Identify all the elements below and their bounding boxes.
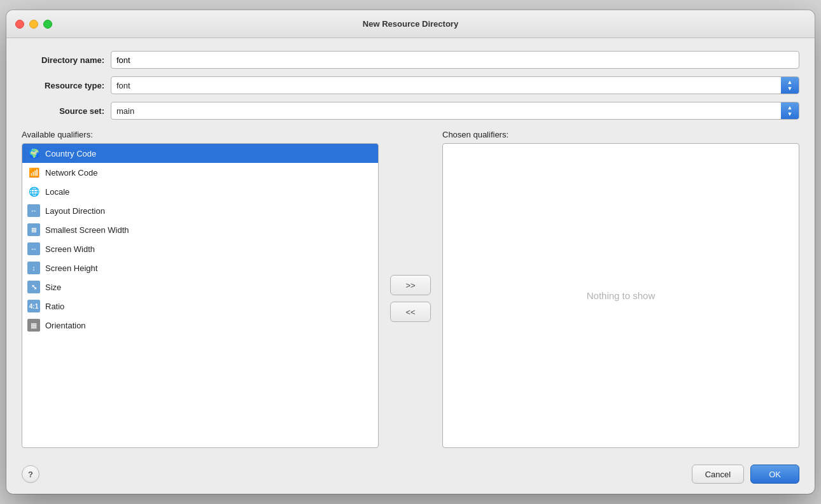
- source-set-value: main: [111, 106, 781, 116]
- dialog-footer: ? Cancel OK: [6, 458, 815, 494]
- qualifier-item-size[interactable]: ⤡ Size: [22, 277, 378, 297]
- qualifier-item-label-locale: Locale: [45, 187, 69, 197]
- qualifier-item-label-screen-height: Screen Height: [45, 263, 97, 273]
- resource-type-label: Resource type:: [22, 81, 104, 90]
- new-resource-directory-dialog: New Resource Directory Directory name: R…: [6, 10, 815, 494]
- orientation-icon: ▦: [27, 319, 40, 332]
- help-button[interactable]: ?: [22, 465, 39, 483]
- resource-type-select[interactable]: font ▲ ▼: [111, 76, 799, 94]
- qualifier-item-label-orientation: Orientation: [45, 321, 86, 330]
- remove-qualifier-button[interactable]: <<: [390, 302, 431, 322]
- window-controls: [15, 20, 52, 29]
- qualifier-item-orientation[interactable]: ▦ Orientation: [22, 316, 378, 335]
- smallest-screen-width-icon: ⊞: [27, 223, 40, 236]
- qualifier-item-label-size: Size: [45, 283, 61, 292]
- qualifier-item-label-screen-width: Screen Width: [45, 244, 95, 254]
- source-set-row: Source set: main ▲ ▼: [22, 102, 799, 120]
- title-bar: New Resource Directory: [6, 10, 815, 38]
- source-set-select[interactable]: main ▲ ▼: [111, 102, 799, 120]
- resource-type-arrows[interactable]: ▲ ▼: [781, 77, 799, 94]
- dialog-body: Directory name: Resource type: font ▲ ▼ …: [6, 38, 815, 458]
- country-code-icon: 🌍: [27, 147, 40, 160]
- directory-name-label: Directory name:: [22, 55, 104, 65]
- network-code-icon: 📶: [27, 166, 40, 179]
- footer-action-buttons: Cancel OK: [692, 465, 799, 484]
- available-qualifiers-panel: Available qualifiers: 🌍 Country Code 📶 N…: [22, 130, 379, 448]
- source-set-arrow-up: ▲: [787, 105, 793, 111]
- screen-height-icon: ↕: [27, 262, 40, 274]
- qualifier-item-label-country-code: Country Code: [45, 149, 96, 158]
- qualifier-transfer-buttons: >> <<: [385, 130, 436, 448]
- size-icon: ⤡: [27, 281, 40, 293]
- add-qualifier-button[interactable]: >>: [390, 275, 431, 295]
- source-set-arrow-down: ▼: [787, 111, 793, 117]
- directory-name-row: Directory name:: [22, 51, 799, 69]
- resource-type-arrow-up: ▲: [787, 80, 793, 85]
- dialog-title: New Resource Directory: [363, 19, 458, 29]
- qualifier-item-layout-direction[interactable]: ↔ Layout Direction: [22, 201, 378, 220]
- source-set-label: Source set:: [22, 106, 104, 116]
- resource-type-row: Resource type: font ▲ ▼: [22, 76, 799, 94]
- qualifiers-section: Available qualifiers: 🌍 Country Code 📶 N…: [22, 130, 799, 448]
- qualifier-item-screen-height[interactable]: ↕ Screen Height: [22, 258, 378, 277]
- qualifier-item-network-code[interactable]: 📶 Network Code: [22, 163, 378, 182]
- qualifier-item-label-smallest-screen-width: Smallest Screen Width: [45, 225, 129, 235]
- chosen-qualifiers-title: Chosen qualifiers:: [442, 130, 799, 139]
- available-qualifiers-list: 🌍 Country Code 📶 Network Code 🌐 Locale: [22, 143, 379, 448]
- qualifier-item-screen-width[interactable]: ↔ Screen Width: [22, 239, 378, 258]
- locale-icon: 🌐: [27, 185, 40, 198]
- layout-direction-icon: ↔: [27, 204, 40, 217]
- minimize-button[interactable]: [29, 20, 38, 29]
- nothing-to-show-text: Nothing to show: [587, 290, 656, 301]
- qualifier-item-label-layout-direction: Layout Direction: [45, 206, 105, 216]
- qualifier-item-label-ratio: Ratio: [45, 302, 64, 311]
- screen-width-icon: ↔: [27, 242, 40, 255]
- chosen-qualifiers-panel: Chosen qualifiers: Nothing to show: [442, 130, 799, 448]
- qualifier-item-country-code[interactable]: 🌍 Country Code: [22, 144, 378, 163]
- ok-button[interactable]: OK: [750, 465, 799, 484]
- qualifier-item-smallest-screen-width[interactable]: ⊞ Smallest Screen Width: [22, 220, 378, 239]
- directory-name-input[interactable]: [111, 51, 799, 69]
- close-button[interactable]: [15, 20, 24, 29]
- qualifier-item-ratio[interactable]: 4:1 Ratio: [22, 297, 378, 316]
- qualifier-item-label-network-code: Network Code: [45, 168, 97, 178]
- maximize-button[interactable]: [43, 20, 52, 29]
- resource-type-arrow-down: ▼: [787, 86, 793, 92]
- resource-type-value: font: [111, 81, 781, 90]
- chosen-qualifiers-list: Nothing to show: [442, 143, 799, 448]
- available-qualifiers-title: Available qualifiers:: [22, 130, 379, 139]
- source-set-arrows[interactable]: ▲ ▼: [781, 102, 799, 119]
- qualifier-item-locale[interactable]: 🌐 Locale: [22, 182, 378, 201]
- cancel-button[interactable]: Cancel: [692, 465, 744, 484]
- ratio-icon: 4:1: [27, 300, 40, 312]
